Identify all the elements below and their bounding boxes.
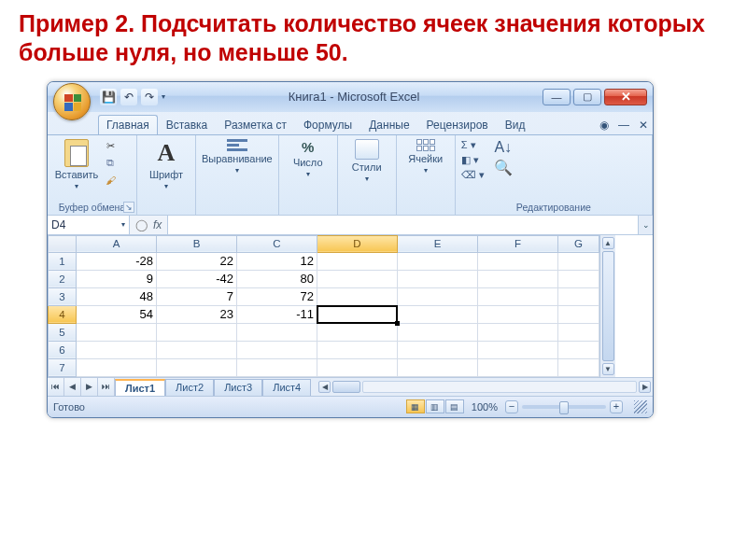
scroll-down-icon[interactable]: ▼ (602, 363, 614, 375)
cell-e3[interactable] (398, 287, 478, 305)
styles-button[interactable]: Стили ▾ (344, 139, 390, 183)
cell-f3[interactable] (478, 287, 558, 305)
scroll-left-icon[interactable]: ◀ (318, 381, 331, 393)
scroll-up-icon[interactable]: ▲ (602, 237, 614, 249)
sheet-nav-prev-icon[interactable]: ◀ (64, 378, 81, 396)
sheet-tab-3[interactable]: Лист3 (214, 379, 262, 396)
font-button[interactable]: A Шрифт ▾ (143, 139, 190, 190)
help-icon[interactable]: ◉ (595, 115, 613, 134)
fill-button[interactable]: ◧ ▾ (461, 154, 485, 166)
col-header-g[interactable]: G (558, 235, 599, 252)
row-header-6[interactable]: 6 (49, 341, 77, 358)
spreadsheet-grid[interactable]: A B C D E F G 1 -28 22 12 (48, 235, 599, 377)
cells-button[interactable]: Ячейки ▾ (402, 139, 449, 175)
cell-c1[interactable]: 12 (237, 252, 317, 270)
cell-b4[interactable]: 23 (157, 305, 237, 323)
cell-c4[interactable]: -11 (237, 305, 317, 323)
zoom-track[interactable] (522, 405, 606, 409)
cell-g1[interactable] (558, 252, 599, 270)
find-select-icon[interactable]: 🔍 (494, 159, 513, 176)
zoom-value[interactable]: 100% (472, 401, 498, 413)
qat-save-icon[interactable]: 💾 (100, 89, 117, 105)
view-normal-icon[interactable]: ▦ (406, 399, 425, 413)
tab-page-layout[interactable]: Разметка ст (216, 115, 295, 134)
zoom-in-icon[interactable]: + (610, 400, 623, 413)
sheet-tab-4[interactable]: Лист4 (262, 379, 311, 396)
col-header-d[interactable]: D (317, 235, 398, 252)
row-header-1[interactable]: 1 (49, 252, 77, 270)
tab-data[interactable]: Данные (360, 115, 417, 134)
cell-b2[interactable]: -42 (157, 270, 237, 287)
col-header-c[interactable]: C (237, 235, 317, 252)
scroll-right-icon[interactable]: ▶ (639, 381, 651, 393)
alignment-button[interactable]: Выравнивание ▾ (202, 139, 273, 175)
sheet-tab-2[interactable]: Лист2 (165, 379, 214, 396)
vertical-scrollbar[interactable]: ▲ ▼ (599, 235, 615, 377)
workbook-close-icon[interactable]: ✕ (634, 115, 653, 134)
row-header-2[interactable]: 2 (49, 270, 77, 287)
name-box[interactable]: D4 ▾ (48, 216, 130, 234)
cell-c3[interactable]: 72 (237, 287, 317, 305)
clear-button[interactable]: ⌫ ▾ (461, 169, 485, 181)
row-header-3[interactable]: 3 (49, 287, 77, 305)
paste-button[interactable]: Вставить ▾ (53, 139, 100, 190)
cell-e2[interactable] (398, 270, 478, 287)
dialog-launcher-icon[interactable]: ↘ (123, 202, 134, 213)
close-button[interactable]: ✕ (604, 89, 647, 105)
cell-e1[interactable] (398, 252, 478, 270)
qat-customize-icon[interactable]: ▾ (162, 92, 165, 101)
cell-f1[interactable] (478, 252, 558, 270)
formula-expand-icon[interactable]: ⌄ (638, 216, 653, 234)
cell-d3[interactable] (317, 287, 398, 305)
sheet-tab-1[interactable]: Лист1 (115, 379, 165, 396)
sheet-nav-first-icon[interactable]: ⏮ (48, 378, 64, 396)
cell-c2[interactable]: 80 (237, 270, 317, 287)
sheet-nav-next-icon[interactable]: ▶ (81, 378, 98, 396)
view-page-break-icon[interactable]: ▤ (445, 399, 464, 413)
cell-g2[interactable] (558, 270, 599, 287)
fx-icon[interactable]: fx (153, 218, 162, 231)
cell-a4[interactable]: 54 (77, 305, 157, 323)
qat-redo-icon[interactable]: ↷ (141, 89, 158, 105)
cell-a3[interactable]: 48 (77, 287, 157, 305)
qat-undo-icon[interactable]: ↶ (120, 89, 137, 105)
cell-d2[interactable] (317, 270, 398, 287)
autosum-button[interactable]: Σ ▾ (461, 139, 485, 151)
sheet-nav-last-icon[interactable]: ⏭ (98, 378, 115, 396)
tab-home[interactable]: Главная (98, 115, 158, 134)
row-header-4[interactable]: 4 (49, 305, 77, 323)
cell-f4[interactable] (478, 305, 558, 323)
office-button[interactable] (53, 83, 91, 120)
tab-view[interactable]: Вид (497, 115, 534, 134)
select-all-corner[interactable] (49, 235, 77, 252)
cell-g3[interactable] (558, 287, 599, 305)
tab-review[interactable]: Рецензиров (418, 115, 497, 134)
row-header-5[interactable]: 5 (49, 323, 77, 341)
col-header-a[interactable]: A (77, 235, 157, 252)
ribbon-minimize-icon[interactable]: — (613, 115, 634, 134)
tab-insert[interactable]: Вставка (158, 115, 217, 134)
cell-a1[interactable]: -28 (77, 252, 157, 270)
cell-a2[interactable]: 9 (77, 270, 157, 287)
zoom-slider[interactable]: − + (505, 400, 623, 413)
tab-formulas[interactable]: Формулы (295, 115, 360, 134)
cell-f2[interactable] (478, 270, 558, 287)
maximize-button[interactable]: ▢ (573, 89, 601, 105)
horizontal-scrollbar[interactable]: ◀ ▶ (317, 378, 653, 396)
col-header-b[interactable]: B (157, 235, 237, 252)
cell-d4-active[interactable] (317, 305, 398, 323)
copy-icon[interactable]: ⧉ (103, 156, 118, 171)
cell-d1[interactable] (317, 252, 398, 270)
col-header-e[interactable]: E (398, 235, 478, 252)
cell-g4[interactable] (558, 305, 599, 323)
cell-b3[interactable]: 7 (157, 287, 237, 305)
minimize-button[interactable]: — (543, 89, 571, 105)
zoom-out-icon[interactable]: − (505, 400, 518, 413)
number-button[interactable]: % Число ▾ (285, 139, 331, 178)
resize-grip-icon[interactable] (634, 400, 647, 413)
fx-circle-icon[interactable]: ◯ (135, 218, 148, 231)
sort-filter-icon[interactable]: A↓ (494, 139, 512, 156)
scroll-thumb[interactable] (602, 251, 614, 361)
formula-input[interactable] (167, 216, 638, 234)
view-page-layout-icon[interactable]: ▥ (426, 399, 444, 413)
